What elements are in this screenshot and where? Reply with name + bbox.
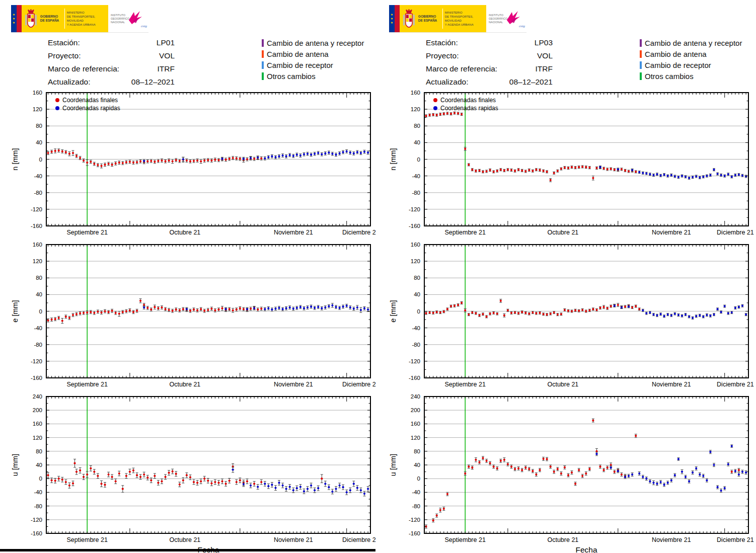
data-point: [108, 311, 110, 313]
data-point: [717, 173, 719, 175]
data-point: [182, 308, 184, 310]
data-point: [260, 307, 262, 309]
data-point: [610, 464, 612, 466]
data-point: [720, 490, 722, 492]
spain-flag-red-stripe: [17, 5, 22, 32]
svg-text:Noviembre 21: Noviembre 21: [274, 229, 313, 236]
data-point: [624, 476, 626, 478]
data-point: [54, 150, 56, 152]
series-coordenadas-finales: [47, 459, 323, 492]
data-point: [54, 318, 56, 320]
data-point: [514, 311, 516, 313]
data-point: [292, 155, 294, 157]
data-point: [535, 473, 537, 476]
data-point: [727, 463, 729, 465]
svg-text:0: 0: [417, 308, 420, 314]
meta-row: Marco de referencia:ITRF: [426, 62, 553, 75]
chart-LP03-u [mm]: -160-120-80-4004080120160200240Septiembr…: [378, 393, 756, 553]
data-point: [179, 309, 181, 311]
data-point: [670, 480, 672, 482]
cnig-signature: cnig: [519, 24, 525, 28]
svg-text:-160: -160: [31, 375, 42, 381]
data-point: [649, 173, 651, 175]
data-point: [685, 176, 687, 178]
data-point: [331, 153, 333, 155]
data-point: [539, 469, 541, 471]
data-point: [125, 310, 127, 312]
data-point: [656, 173, 658, 175]
svg-text:Diciembre 2: Diciembre 2: [342, 536, 376, 543]
data-point: [225, 159, 227, 161]
data-point: [663, 315, 665, 317]
data-point: [73, 462, 75, 464]
legend-item: Cambio de receptor: [262, 59, 364, 70]
data-point: [688, 177, 690, 179]
data-point: [310, 305, 312, 307]
svg-text:40: 40: [36, 462, 42, 468]
data-point: [339, 307, 341, 309]
data-point: [143, 306, 145, 308]
data-point: [543, 170, 545, 172]
data-point: [500, 169, 502, 171]
data-point: [100, 483, 102, 485]
data-point: [731, 445, 733, 447]
y-tick-labels: -160-120-80-4004080120160200240: [31, 393, 42, 536]
data-point: [468, 465, 470, 467]
data-point: [139, 476, 141, 478]
data-point: [125, 475, 127, 477]
data-point: [214, 309, 216, 311]
data-point: [670, 314, 672, 317]
data-point: [97, 310, 99, 312]
svg-text:200: 200: [33, 407, 42, 413]
data-point: [595, 309, 597, 311]
data-point: [299, 154, 301, 156]
gobierno-box: GOBIERNO DE ESPAÑA MINISTERIO DE TRANSPO…: [22, 5, 108, 32]
svg-text:Septiembre 21: Septiembre 21: [445, 381, 486, 388]
data-point: [157, 482, 159, 484]
data-point: [236, 481, 238, 483]
data-point: [603, 469, 605, 471]
data-point: [232, 157, 234, 159]
svg-text:Septiembre 21: Septiembre 21: [67, 536, 108, 543]
data-point: [54, 480, 56, 482]
antena-marker-icon: [640, 50, 642, 58]
data-point: [274, 487, 276, 489]
data-point: [321, 153, 323, 155]
legend-item: Cambio de antena: [640, 48, 742, 59]
svg-text:-40: -40: [34, 173, 42, 179]
data-point: [189, 161, 191, 163]
data-point: [464, 148, 466, 150]
ign-text: INSTITUTO GEOGRÁFICO NACIONAL: [111, 14, 126, 24]
data-point: [638, 171, 640, 173]
data-point: [685, 476, 687, 478]
y-tick-labels: -160-120-80-4004080120160: [409, 90, 420, 229]
data-point: [168, 160, 170, 162]
data-point: [681, 315, 683, 317]
data-point: [328, 486, 330, 488]
data-point: [652, 313, 654, 315]
data-point: [243, 308, 245, 310]
data-point: [635, 171, 637, 173]
y-tick-labels: -160-120-80-4004080120160: [31, 90, 42, 229]
data-point: [246, 481, 248, 483]
data-point: [122, 488, 124, 490]
data-point: [136, 161, 138, 163]
data-point: [356, 151, 358, 153]
data-point: [118, 312, 120, 314]
data-point: [610, 305, 612, 307]
data-point: [367, 151, 369, 153]
data-point: [210, 483, 212, 485]
logo-divider: [64, 9, 65, 29]
data-point: [574, 309, 576, 311]
data-point: [677, 314, 679, 316]
data-point: [717, 486, 719, 488]
meta-row: Marco de referencia:ITRF: [48, 62, 175, 75]
x-axis-title: Fecha: [575, 545, 597, 553]
data-point: [628, 305, 630, 307]
svg-text:160: 160: [33, 242, 42, 248]
data-point: [741, 175, 743, 177]
data-point: [182, 158, 184, 160]
data-point: [702, 176, 704, 178]
data-point: [200, 308, 202, 310]
svg-text:40: 40: [414, 291, 420, 297]
